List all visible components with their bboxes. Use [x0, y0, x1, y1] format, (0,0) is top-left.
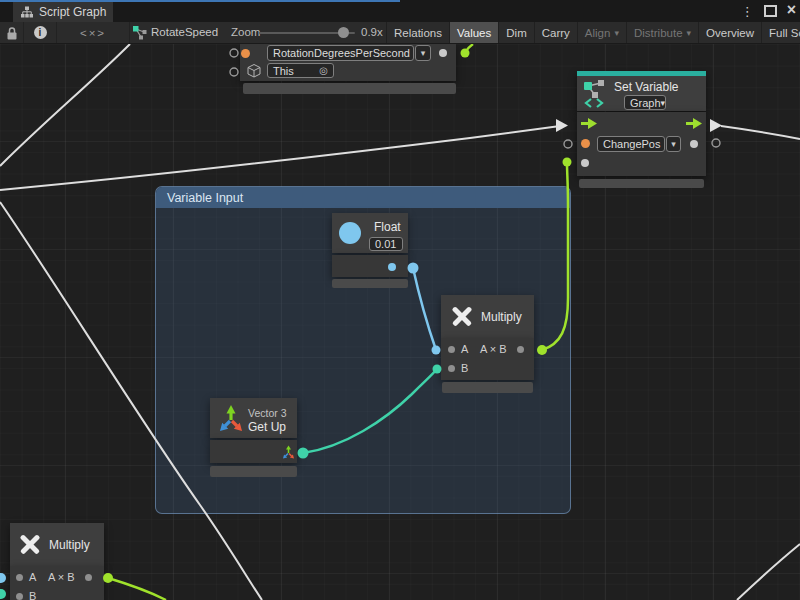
- full-screen-button[interactable]: Full Screen: [761, 22, 800, 43]
- chevron-down-icon: ▾: [661, 98, 666, 108]
- node-title: Get Up: [248, 420, 286, 434]
- node-footer: [332, 279, 408, 288]
- zoom-value: 0.9x: [361, 26, 383, 38]
- button-label: Overview: [706, 27, 754, 39]
- target-field[interactable]: This ◎: [267, 63, 334, 78]
- object-picker-icon[interactable]: ◎: [319, 65, 328, 76]
- node-title: Float: [374, 220, 401, 234]
- relations-button[interactable]: Relations: [386, 22, 449, 43]
- chevron-down-icon: ▾: [671, 139, 676, 149]
- button-label: Relations: [394, 27, 442, 39]
- label-a: A: [29, 571, 36, 583]
- chevron-down-icon: ▾: [687, 28, 692, 38]
- port-variable-name[interactable]: [581, 139, 590, 148]
- node-body[interactable]: [332, 255, 408, 277]
- node-footer: [243, 83, 456, 94]
- variable-name-text: RotationDegreesPerSecond: [273, 47, 410, 59]
- node-title: Set Variable: [614, 80, 678, 94]
- port-value-output[interactable]: [439, 49, 447, 57]
- node-float-literal[interactable]: Float 0.01: [332, 213, 408, 288]
- cube-icon: [247, 63, 261, 78]
- node-accent-strip: [577, 71, 706, 76]
- variable-name-dropdown[interactable]: ChangePos: [597, 136, 665, 152]
- multiply-icon: [19, 533, 41, 555]
- scope-dropdown[interactable]: Graph ▾: [624, 95, 666, 110]
- node-get-variable[interactable]: RotationDegreesPerSecond ▾ This ◎: [240, 44, 456, 94]
- group-header[interactable]: Variable Input: [156, 187, 570, 208]
- label-b: B: [29, 590, 36, 600]
- tab-script-graph[interactable]: Script Graph: [13, 2, 113, 22]
- node-set-variable[interactable]: Set Variable Graph ▾ ChangePos ▾: [577, 71, 706, 188]
- label-b: B: [461, 362, 468, 374]
- overview-button[interactable]: Overview: [698, 22, 761, 43]
- float-value-text: 0.01: [375, 238, 396, 250]
- node-title: Multiply: [481, 310, 522, 324]
- window-controls: ⋮ ×: [741, 0, 796, 22]
- distribute-dropdown[interactable]: Distribute▾: [626, 22, 698, 43]
- script-graph-window: Variable Input RotationDegreesPerSecond …: [0, 0, 800, 600]
- label-a-times-b: A × B: [48, 571, 75, 583]
- node-footer: [579, 179, 704, 188]
- port-value-output[interactable]: [388, 263, 396, 271]
- port-input-a[interactable]: [448, 346, 455, 353]
- button-label: Distribute: [634, 27, 683, 39]
- port-value-input[interactable]: [581, 159, 589, 167]
- tab-title: Script Graph: [39, 5, 106, 19]
- info-button[interactable]: i: [24, 22, 57, 43]
- port-vector-output[interactable]: [282, 445, 295, 459]
- flow-input-arrow-icon[interactable]: [581, 118, 597, 129]
- code-preview-button[interactable]: <×>: [57, 22, 130, 43]
- port-input-a[interactable]: [16, 574, 23, 581]
- button-label: Dim: [506, 27, 526, 39]
- flow-output-arrow-icon[interactable]: [686, 118, 702, 129]
- multiply-icon: [451, 305, 473, 327]
- node-multiply-outer[interactable]: Multiply A A × B B: [10, 523, 104, 600]
- zoom-label: Zoom: [231, 26, 260, 38]
- port-variable-name[interactable]: [241, 49, 250, 58]
- node-vector3-get-up[interactable]: Vector 3 Get Up: [210, 398, 297, 478]
- variable-name-dropdown[interactable]: RotationDegreesPerSecond: [267, 45, 414, 61]
- button-label: Align: [585, 27, 611, 39]
- port-output[interactable]: [517, 346, 524, 353]
- node-footer: [442, 382, 533, 393]
- carry-button[interactable]: Carry: [534, 22, 577, 43]
- group-title: Variable Input: [167, 191, 243, 205]
- label-a: A: [461, 343, 468, 355]
- menu-icon[interactable]: ⋮: [741, 5, 754, 18]
- code-icon: <×>: [80, 27, 106, 39]
- port-output[interactable]: [85, 574, 92, 581]
- variable-dropdown-button[interactable]: ▾: [415, 45, 431, 61]
- window-titlebar: Script Graph ⋮ ×: [0, 0, 800, 22]
- lock-icon: [6, 26, 18, 40]
- set-variable-icon: [583, 79, 609, 108]
- chevron-down-icon: ▾: [421, 48, 426, 58]
- script-graph-icon: [21, 6, 33, 18]
- variable-dropdown-button[interactable]: ▾: [666, 136, 681, 152]
- node-title: Multiply: [49, 538, 90, 552]
- button-label: Full Screen: [769, 27, 800, 39]
- view-options: Relations Values Dim Carry Align▾ Distri…: [386, 22, 800, 43]
- graph-reference-icon: [133, 26, 147, 40]
- float-value-input[interactable]: 0.01: [369, 237, 403, 251]
- node-multiply-inner[interactable]: Multiply A A × B B: [441, 295, 534, 394]
- port-value-output[interactable]: [690, 140, 698, 148]
- button-label: Values: [457, 27, 491, 39]
- zoom-slider-handle[interactable]: [338, 27, 349, 38]
- values-button[interactable]: Values: [449, 22, 498, 43]
- dim-button[interactable]: Dim: [498, 22, 533, 43]
- port-input-b[interactable]: [448, 365, 455, 372]
- variable-name-text: ChangePos: [603, 138, 661, 150]
- align-dropdown[interactable]: Align▾: [577, 22, 626, 43]
- scope-text: Graph: [630, 97, 661, 109]
- chevron-down-icon: ▾: [614, 28, 619, 38]
- lock-button[interactable]: [0, 22, 24, 43]
- port-input-b[interactable]: [16, 593, 23, 600]
- button-label: Carry: [542, 27, 570, 39]
- info-icon: i: [34, 26, 47, 39]
- vector3-icon: [218, 404, 244, 432]
- close-icon[interactable]: ×: [787, 2, 796, 18]
- breadcrumb-graph-name[interactable]: RotateSpeed: [151, 26, 218, 38]
- target-text: This: [273, 65, 294, 77]
- maximize-icon[interactable]: [764, 5, 777, 17]
- node-footer: [210, 466, 297, 477]
